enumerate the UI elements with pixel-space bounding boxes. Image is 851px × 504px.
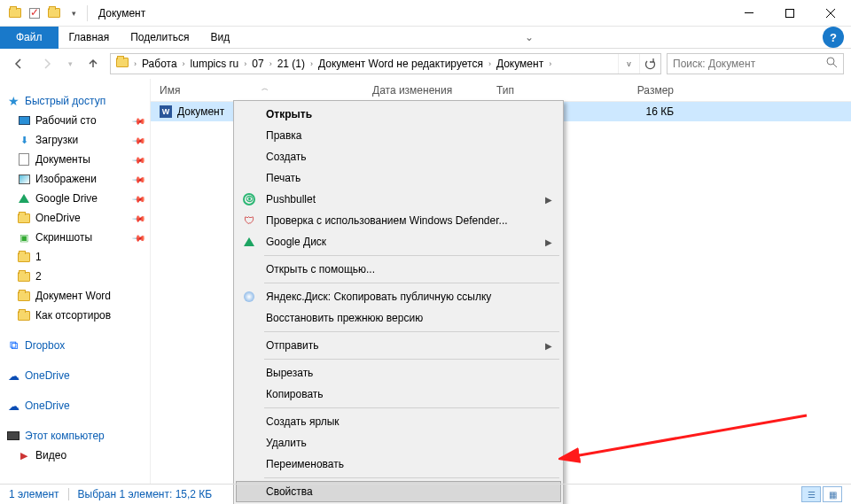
address-bar[interactable]: › Работа›lumpics ru›07›21 (1)›Документ W… [110,53,661,74]
sidebar-pictures[interactable]: Изображени📌 [0,169,150,189]
chevron-right-icon[interactable]: › [545,59,555,68]
sidebar-onedrive[interactable]: ☁OneDrive [0,366,150,385]
chevron-right-icon[interactable]: › [266,59,276,68]
window-controls [729,0,851,27]
label: Яндекс.Диск: Скопировать публичную ссылк… [266,291,491,303]
breadcrumb-segment[interactable]: lumpics ru [189,58,241,70]
sidebar-this-pc[interactable]: Этот компьютер [0,426,150,446]
up-button[interactable] [82,52,105,75]
menu-edit[interactable]: Правка [236,125,561,146]
col-size[interactable]: Размер [612,84,683,97]
details-view-button[interactable]: ☰ [801,486,821,502]
label: Видео [35,449,66,461]
ribbon: Файл Главная Поделиться Вид ⌄ ? [0,27,851,49]
maximize-button[interactable] [769,0,810,27]
minimize-button[interactable] [729,0,769,27]
breadcrumb-segment[interactable]: 07 [250,58,265,70]
menu-shortcut[interactable]: Создать ярлык [236,411,561,432]
sidebar-onedrive-2[interactable]: ☁OneDrive [0,396,150,415]
menu-restore[interactable]: Восстановить прежнюю версию [236,307,561,329]
sidebar-documents[interactable]: Документы📌 [0,150,150,169]
pin-icon: 📌 [132,211,146,225]
breadcrumb-segment[interactable]: Документ Word не редактируется [316,58,485,70]
submenu-arrow-icon: ▶ [545,195,552,205]
label: Документ Word [35,290,111,302]
folder-icon [18,212,30,224]
yandex-disk-icon [241,289,257,305]
tab-share[interactable]: Поделиться [120,27,199,49]
recent-dropdown[interactable]: ▾ [64,52,76,75]
label: Рабочий сто [35,114,97,127]
chevron-right-icon[interactable]: › [485,59,495,68]
new-folder-qat-icon[interactable] [44,4,64,23]
chevron-right-icon[interactable]: › [130,59,140,68]
menu-delete[interactable]: Удалить [236,432,561,454]
menu-gdisk[interactable]: Google Диск▶ [236,231,561,252]
folder-icon [18,270,30,283]
properties-qat-icon[interactable] [25,4,44,23]
sidebar-folder-1[interactable]: 1 [0,247,150,267]
menu-yandex[interactable]: Яндекс.Диск: Скопировать публичную ссылк… [236,286,561,307]
menu-open[interactable]: Открыть [236,104,561,125]
sidebar-video[interactable]: ▶Видео [0,446,150,465]
window-title: Документ [98,7,729,19]
label: OneDrive [25,369,70,382]
sidebar-onedrive-pin[interactable]: OneDrive📌 [0,208,150,228]
menu-copy[interactable]: Копировать [236,384,561,405]
chevron-right-icon[interactable]: › [179,59,189,68]
icons-view-button[interactable]: ▦ [823,486,842,502]
label: Проверка с использованием Windows Defend… [266,214,508,227]
menu-cut[interactable]: Вырезать [236,362,561,384]
tab-view[interactable]: Вид [199,27,240,49]
address-dropdown[interactable]: v [618,54,639,74]
col-type[interactable]: Тип [496,84,612,97]
search-box[interactable]: Поиск: Документ [667,53,844,74]
chevron-right-icon[interactable]: › [240,59,250,68]
sidebar-sort[interactable]: Как отсортиров [0,306,150,325]
sidebar-desktop[interactable]: Рабочий сто📌 [0,111,150,130]
close-button[interactable] [810,0,851,27]
label: Pushbullet [266,193,316,205]
sidebar-folder-2[interactable]: 2 [0,267,150,286]
sidebar-dropbox[interactable]: ⧉Dropbox [0,336,150,355]
breadcrumb-segment[interactable]: Документ [495,58,545,70]
help-icon[interactable]: ? [823,27,844,48]
back-button[interactable] [7,52,30,75]
menu-pushbullet[interactable]: ⦿Pushbullet▶ [236,189,561,210]
onedrive-icon: ☁ [7,399,20,412]
chevron-right-icon[interactable]: › [307,59,316,68]
menu-print[interactable]: Печать [236,167,561,189]
label: Загрузки [35,134,78,146]
ribbon-expand-icon[interactable]: ⌄ [525,31,534,43]
folder-icon [18,251,30,263]
svg-rect-0 [745,12,753,13]
sidebar-gdrive[interactable]: Google Drive📌 [0,189,150,208]
pin-icon: 📌 [132,191,146,205]
qat-dropdown-icon[interactable]: ▾ [64,4,83,23]
breadcrumb-segment[interactable]: 21 (1) [276,58,307,70]
col-name[interactable]: Имя︿ [151,84,372,97]
col-date[interactable]: Дата изменения [372,84,496,97]
menu-create[interactable]: Создать [236,146,561,167]
video-icon: ▶ [18,449,30,461]
navigation-bar: ▾ › Работа›lumpics ru›07›21 (1)›Документ… [0,49,851,79]
menu-defender[interactable]: 🛡Проверка с использованием Windows Defen… [236,210,561,231]
menu-send[interactable]: Отправить▶ [236,335,561,356]
forward-button[interactable] [35,52,59,75]
star-icon: ★ [7,95,20,107]
label: Как отсортиров [35,309,111,322]
folder-icon [18,290,30,302]
sidebar-downloads[interactable]: ⬇Загрузки📌 [0,130,150,150]
menu-separator [264,331,559,332]
refresh-button[interactable] [639,54,660,74]
breadcrumb-segment[interactable]: Работа [140,58,179,70]
quick-access[interactable]: ★Быстрый доступ [0,91,150,111]
sidebar-screenshots[interactable]: ▣Скриншоты📌 [0,228,150,247]
tab-home[interactable]: Главная [59,27,121,49]
menu-rename[interactable]: Переименовать [236,454,561,475]
context-menu: Открыть Правка Создать Печать ⦿Pushbulle… [233,100,564,504]
menu-open-with[interactable]: Открыть с помощью... [236,259,561,280]
svg-line-5 [833,64,837,67]
file-tab[interactable]: Файл [0,27,59,49]
sidebar-doc-word[interactable]: Документ Word [0,286,150,306]
